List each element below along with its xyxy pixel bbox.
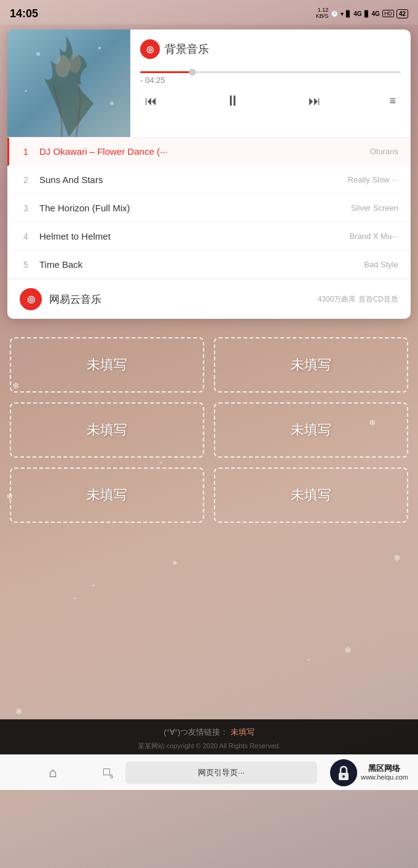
prev-button[interactable]: ⏮ [143,92,160,111]
svg-point-4 [36,52,40,56]
footer-brand-name: 网易云音乐 [49,292,318,307]
svg-point-7 [110,101,114,105]
svg-point-2 [55,55,70,77]
snowflake: ❄ [172,560,177,566]
progress-fill [140,71,192,73]
signal-icon-2: ▊ [365,10,369,17]
alarm-icon: 🕐 [331,10,338,17]
track-number: 2 [20,175,32,185]
track-number: 5 [20,260,32,270]
footer-dark: (°∀°)つ友情链接： 未填写 某某网站 copyright © 2020 Al… [0,719,418,754]
track-number: 3 [20,203,32,213]
speed-indicator: 1.12KB/S [316,7,329,20]
track-item[interactable]: 3 The Horizon (Full Mix) Silver Screen [7,194,411,222]
card-footer: ◎ 网易云音乐 4300万曲库 首首CD音质 [7,279,411,319]
nav-tab-label[interactable]: 网页引导页··· [125,762,317,784]
track-artist: Really Slow ··· [348,175,398,184]
status-bar: 14:05 1.12KB/S 🕐 ▾ ▊ 4G ▊ 4G HD 42 [0,0,418,25]
playlist-button[interactable]: ≡ [387,92,398,110]
battery-indicator: 42 [396,9,408,18]
footer-slogan: 4300万曲库 首首CD音质 [318,294,398,305]
track-title: DJ Okawari – Flower Dance (··· [39,146,370,157]
track-number: 4 [20,232,32,241]
brand-text: 黑区网络 www.heiqu.com [361,764,408,781]
album-svg [7,29,130,137]
track-title: Suns And Stars [39,174,348,185]
track-item[interactable]: 1 DJ Okawari – Flower Dance (··· Oturans [7,138,411,166]
brand-sub: www.heiqu.com [361,773,408,781]
track-title: Helmet to Helmet [39,231,350,241]
brand-main: 黑区网络 [361,764,408,773]
netease-logo-svg: ◎ [143,42,157,56]
snowflake: * [74,596,76,603]
wifi-icon: ▾ [341,10,344,17]
hd-label: HD [382,10,394,17]
status-icons: 1.12KB/S 🕐 ▾ ▊ 4G ▊ 4G HD 42 [316,7,408,20]
tab-icon: □5 [103,765,113,780]
footer-copyright: 某某网站 copyright © 2020 All Rights Reserve… [10,741,408,751]
grid-button-2[interactable]: 未填写 [214,337,408,393]
track-artist: Brand X Mu··· [350,232,398,241]
footer-logo-svg: ◎ [23,292,38,307]
track-item[interactable]: 5 Time Back Bad Style [7,251,411,279]
nav-brand: 黑区网络 www.heiqu.com [322,759,408,786]
track-list: 1 DJ Okawari – Flower Dance (··· Oturans… [7,137,411,279]
4g-label: 4G [353,10,361,17]
track-item[interactable]: 2 Suns And Stars Really Slow ··· [7,166,411,194]
track-item[interactable]: 4 Helmet to Helmet Brand X Mu··· [7,222,411,251]
progress-bar[interactable] [140,71,401,73]
grid-button-4[interactable]: 未填写 [214,402,408,458]
heiqu-logo-svg [330,759,357,786]
footer-links-text: (°∀°)つ友情链接： [164,727,228,737]
nav-home[interactable]: ⌂ [10,765,96,781]
svg-point-3 [69,53,81,73]
svg-point-6 [25,90,27,92]
pause-button[interactable]: ⏸ [223,90,243,112]
progress-dot [189,69,195,76]
track-number: 1 [20,147,32,157]
svg-point-5 [98,47,101,49]
grid-section: 未填写 未填写 未填写 未填写 未填写 未填写 [0,325,418,535]
brand-logo [330,759,357,786]
svg-point-14 [342,775,345,778]
grid-button-3[interactable]: 未填写 [10,402,204,458]
nav-tab[interactable]: □5 [96,765,120,780]
footer-netease-logo: ◎ [20,288,42,310]
status-time: 14:05 [10,7,38,20]
bottom-nav: ⌂ □5 网页引导页··· 黑区网络 www.heiqu.com [0,754,418,790]
netease-header: ◎ 背景音乐 [140,39,401,59]
spacer-area: ❄ * * [0,535,418,719]
home-icon: ⌂ [49,765,57,781]
netease-logo: ◎ [140,39,160,59]
track-artist: Silver Screen [351,203,398,213]
footer-links: (°∀°)つ友情链接： 未填写 [10,727,408,738]
time-display: - 04:25 [140,76,401,85]
track-title: The Horizon (Full Mix) [39,203,351,213]
svg-text:◎: ◎ [27,294,35,304]
playback-controls: ⏮ ⏸ ⏭ ≡ [140,90,401,112]
track-artist: Oturans [370,147,398,156]
snowflake: * [307,658,310,665]
track-title: Time Back [39,259,364,270]
music-info: ◎ 背景音乐 - 04:25 ⏮ ⏸ ⏭ ≡ [130,29,411,137]
music-card: ◎ 背景音乐 - 04:25 ⏮ ⏸ ⏭ ≡ 1 DJ [7,29,411,319]
netease-app-name: 背景音乐 [165,42,209,57]
music-card-header: ◎ 背景音乐 - 04:25 ⏮ ⏸ ⏭ ≡ [7,29,411,137]
grid-button-1[interactable]: 未填写 [10,337,204,393]
grid-button-6[interactable]: 未填写 [214,467,408,523]
signal-icon: ▊ [346,10,351,17]
grid-button-5[interactable]: 未填写 [10,467,204,523]
next-button[interactable]: ⏭ [306,92,323,111]
svg-text:◎: ◎ [146,44,154,54]
footer-link[interactable]: 未填写 [231,727,254,737]
track-artist: Bad Style [364,260,398,269]
album-art [7,29,130,137]
4g-label-2: 4G [372,10,380,17]
